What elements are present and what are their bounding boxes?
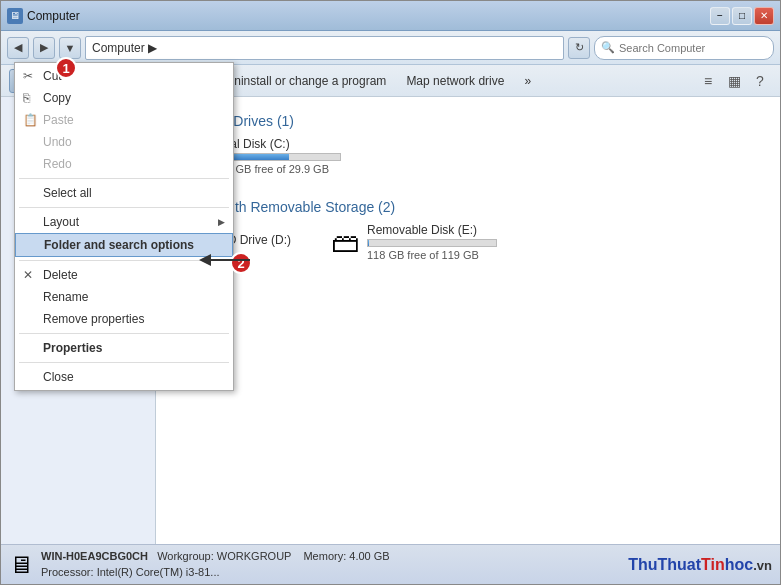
titlebar-left: 🖥 Computer [7,8,80,24]
refresh-button[interactable]: ↻ [568,37,590,59]
menu-item-selectall[interactable]: Select all [15,182,233,204]
removable-disk-bar-bg [367,239,497,247]
status-memory: 4.00 GB [349,550,389,562]
toolbar-view-buttons: ≡ ▦ ? [696,69,772,93]
menu-sep-3 [19,260,229,261]
help-icon: ? [756,73,764,89]
forward-button[interactable]: ▶ [33,37,55,59]
menu-item-layout[interactable]: Layout [15,211,233,233]
titlebar-controls: − □ ✕ [710,7,774,25]
menu-item-selectall-label: Select all [43,186,92,200]
menu-item-redo: Redo [15,153,233,175]
statusbar: 🖥 WIN-H0EA9CBG0CH Workgroup: WORKGROUP M… [1,544,780,584]
map-network-label: Map network drive [406,74,504,88]
hard-drives-header: Hard Disk Drives (1) [168,113,768,129]
view-details-icon: ▦ [728,73,741,89]
maximize-button[interactable]: □ [732,7,752,25]
menu-item-folder-options[interactable]: Folder and search options [15,233,233,257]
status-computer-icon: 🖥 [9,551,33,579]
removable-disk-item[interactable]: 🗃 Removable Disk (E:) 118 GB free of 119… [331,223,497,261]
menu-item-remove-properties-label: Remove properties [43,312,144,326]
back-button[interactable]: ◀ [7,37,29,59]
copy-icon: ⎘ [23,91,30,105]
menu-item-paste: 📋 Paste [15,109,233,131]
status-workgroup-label: Workgroup: [157,550,214,562]
menu-item-folder-options-label: Folder and search options [44,238,194,252]
removable-disk-icon: 🗃 [331,226,359,259]
organize-dropdown-menu[interactable]: ✂ Cut ⎘ Copy 📋 Paste Undo Redo Select al… [14,62,234,391]
removable-header: Devices with Removable Storage (2) [168,199,768,215]
removable-disk-free: 118 GB free of 119 GB [367,249,497,261]
breadcrumb[interactable]: Computer ▶ [85,36,564,60]
menu-item-undo: Undo [15,131,233,153]
brand-text: ThuThuatTinhoc.vn [628,556,772,574]
map-network-button[interactable]: Map network drive [397,69,513,93]
brand-hoc: hoc [725,556,753,573]
cut-icon: ✂ [23,69,33,83]
removable-section: Devices with Removable Storage (2) 💿 DVD… [168,199,768,261]
menu-item-delete[interactable]: ✕ Delete [15,264,233,286]
removable-disk-bar-fill [368,240,369,246]
menu-item-cut[interactable]: ✂ Cut [15,65,233,87]
menu-item-layout-label: Layout [43,215,79,229]
menu-item-rename-label: Rename [43,290,88,304]
view-details-button[interactable]: ▦ [722,69,746,93]
status-memory-label: Memory: [303,550,346,562]
status-text: WIN-H0EA9CBG0CH Workgroup: WORKGROUP Mem… [41,549,390,580]
search-icon: 🔍 [601,41,615,54]
titlebar-icon: 🖥 [7,8,23,24]
more-options-button[interactable]: » [515,69,540,93]
removable-disk-info: Removable Disk (E:) 118 GB free of 119 G… [367,223,497,261]
search-bar[interactable]: 🔍 [594,36,774,60]
breadcrumb-text: Computer ▶ [92,41,157,55]
status-pc-name: WIN-H0EA9CBG0CH [41,550,148,562]
help-button[interactable]: ? [748,69,772,93]
menu-item-cut-label: Cut [43,69,62,83]
status-processor-label: Processor: [41,566,94,578]
menu-item-close-label: Close [43,370,74,384]
dropdown-arrow-button[interactable]: ▼ [59,37,81,59]
menu-item-rename[interactable]: Rename [15,286,233,308]
menu-item-close[interactable]: Close [15,366,233,388]
menu-sep-4 [19,333,229,334]
status-processor: Intel(R) Core(TM) i3-81... [97,566,220,578]
menu-item-paste-label: Paste [43,113,74,127]
menu-item-copy-label: Copy [43,91,71,105]
brand-thu: Thu [628,556,657,573]
view-toggle-button[interactable]: ≡ [696,69,720,93]
titlebar: 🖥 Computer − □ ✕ [1,1,780,31]
more-options-label: » [524,74,531,88]
menu-item-properties-label: Properties [43,341,102,355]
brand-dot: .vn [753,558,772,573]
addressbar: ◀ ▶ ▼ Computer ▶ ↻ 🔍 [1,31,780,65]
menu-sep-2 [19,207,229,208]
hard-drives-section: Hard Disk Drives (1) 💾 Local Disk (C:) 1… [168,113,768,183]
uninstall-label: Uninstall or change a program [226,74,387,88]
menu-sep-1 [19,178,229,179]
brand-tin: Tin [701,556,725,573]
view-grid-icon: ≡ [704,73,712,89]
content-area: Hard Disk Drives (1) 💾 Local Disk (C:) 1… [156,97,780,544]
menu-item-undo-label: Undo [43,135,72,149]
menu-item-remove-properties[interactable]: Remove properties [15,308,233,330]
menu-sep-5 [19,362,229,363]
status-workgroup: WORKGROUP [217,550,291,562]
uninstall-button[interactable]: Uninstall or change a program [217,69,396,93]
menu-item-copy[interactable]: ⎘ Copy [15,87,233,109]
main-window: 🖥 Computer − □ ✕ ◀ ▶ ▼ Computer ▶ ↻ 🔍 Or… [0,0,781,585]
search-input[interactable] [619,42,767,54]
removable-disk-name: Removable Disk (E:) [367,223,497,237]
paste-icon: 📋 [23,113,38,127]
menu-item-properties[interactable]: Properties [15,337,233,359]
minimize-button[interactable]: − [710,7,730,25]
brand-thuat: Thuat [658,556,702,573]
delete-icon: ✕ [23,268,33,282]
menu-item-redo-label: Redo [43,157,72,171]
close-button[interactable]: ✕ [754,7,774,25]
menu-item-delete-label: Delete [43,268,78,282]
titlebar-title: Computer [27,9,80,23]
